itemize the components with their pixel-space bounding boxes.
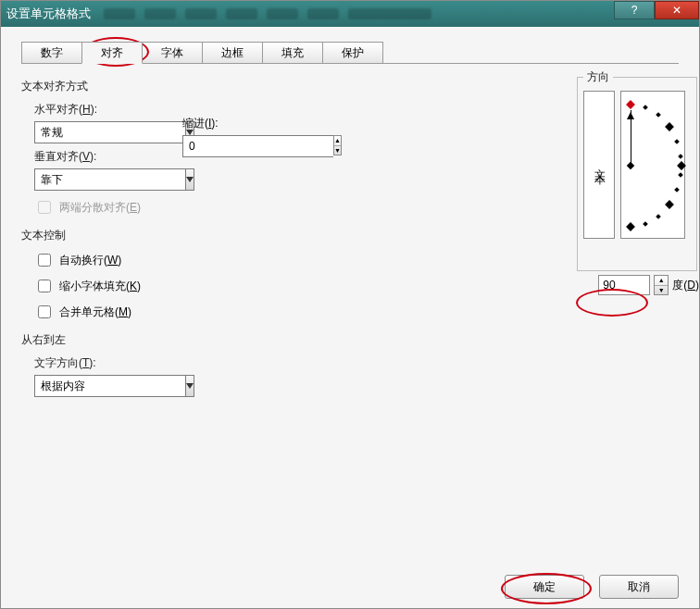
tab-border[interactable]: 边框 xyxy=(202,42,263,64)
degree-spinner[interactable]: ▲▼ xyxy=(654,275,669,295)
combo-vertical[interactable] xyxy=(34,168,164,191)
blurred-ribbon xyxy=(104,8,431,19)
combo-textdir-input[interactable] xyxy=(34,375,185,397)
label-indent: 缩进(I): xyxy=(182,116,256,131)
titlebar: 设置单元格格式 ? ✕ xyxy=(1,1,699,27)
label-text-direction: 文字方向(T): xyxy=(34,355,679,371)
tab-protection[interactable]: 保护 xyxy=(322,42,383,64)
indent-spinner[interactable]: ▲▼ xyxy=(182,135,256,157)
tab-fill[interactable]: 填充 xyxy=(262,42,323,64)
cancel-button[interactable]: 取消 xyxy=(599,575,679,599)
vertical-text-button[interactable]: 文本 xyxy=(583,91,615,239)
orientation-dial[interactable] xyxy=(620,91,685,239)
degree-input[interactable] xyxy=(598,275,650,295)
section-rtl: 从右到左 xyxy=(21,332,679,348)
chevron-down-icon[interactable] xyxy=(185,375,194,397)
close-button[interactable]: ✕ xyxy=(655,1,699,19)
combo-vertical-input[interactable] xyxy=(34,168,185,191)
combo-text-direction[interactable] xyxy=(34,375,136,397)
checkbox-shrink-input[interactable] xyxy=(38,280,51,292)
window-title: 设置单元格格式 xyxy=(6,6,91,22)
checkbox-merge-label: 合并单元格(M) xyxy=(59,304,131,320)
tabstrip: 数字 对齐 字体 边框 填充 保护 xyxy=(21,42,699,64)
checkbox-merge-input[interactable] xyxy=(38,305,51,318)
checkbox-shrink[interactable]: 缩小字体填充(K) xyxy=(34,277,679,295)
ok-button[interactable]: 确定 xyxy=(505,575,584,599)
tab-alignment[interactable]: 对齐 xyxy=(81,42,143,64)
orientation-legend: 方向 xyxy=(583,69,613,85)
tab-number[interactable]: 数字 xyxy=(21,42,82,64)
indent-input[interactable] xyxy=(182,135,333,157)
checkbox-shrink-label: 缩小字体填充(K) xyxy=(59,279,141,294)
orientation-group: 方向 文本 xyxy=(577,69,697,271)
checkbox-merge[interactable]: 合并单元格(M) xyxy=(34,303,679,321)
checkbox-justify-label: 两端分散对齐(E) xyxy=(59,200,141,216)
tab-font[interactable]: 字体 xyxy=(142,42,203,64)
combo-horizontal-input[interactable] xyxy=(34,121,185,143)
checkbox-justify-input xyxy=(38,201,51,214)
combo-horizontal[interactable] xyxy=(34,121,164,143)
help-button[interactable]: ? xyxy=(614,1,655,19)
checkbox-wrap-input[interactable] xyxy=(38,254,51,267)
indent-spinner-buttons[interactable]: ▲▼ xyxy=(333,135,342,155)
degree-label: 度(D) xyxy=(672,278,699,293)
chevron-down-icon[interactable] xyxy=(185,168,194,191)
checkbox-wrap-label: 自动换行(W) xyxy=(59,253,121,268)
